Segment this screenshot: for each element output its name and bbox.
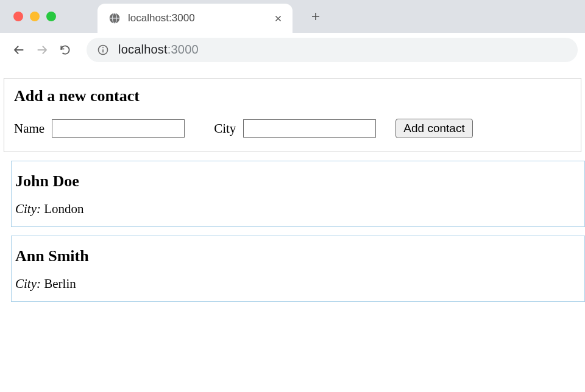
reload-button[interactable] (54, 38, 77, 61)
window-controls (13, 12, 56, 21)
url-text: localhost:3000 (118, 43, 199, 57)
new-tab-button[interactable] (307, 8, 324, 25)
city-input[interactable] (243, 119, 376, 138)
contact-city: City: Berlin (15, 276, 581, 292)
browser-chrome: localhost:3000 localhost:3000 (0, 0, 585, 67)
form-heading: Add a new contact (14, 87, 571, 105)
city-label: City (214, 121, 236, 136)
add-contact-button[interactable]: Add contact (395, 119, 472, 138)
window-minimize-button[interactable] (30, 12, 40, 21)
site-info-icon[interactable] (96, 43, 110, 57)
url-port: :3000 (168, 43, 199, 56)
city-field-value: Berlin (44, 276, 76, 291)
toolbar: localhost:3000 (0, 33, 585, 67)
contact-name: Ann Smith (15, 247, 581, 265)
page-body: Add a new contact Name City Add contact … (0, 78, 585, 302)
globe-icon (108, 12, 121, 24)
tab-title: localhost:3000 (128, 12, 273, 24)
address-bar[interactable]: localhost:3000 (87, 38, 578, 62)
city-field-label: City: (15, 201, 41, 216)
form-row: Name City Add contact (14, 119, 571, 138)
contact-card: John Doe City: London (11, 161, 585, 227)
contact-name: John Doe (15, 172, 581, 191)
tab-strip: localhost:3000 (0, 0, 585, 33)
contact-city: City: London (15, 201, 581, 217)
add-contact-form: Add a new contact Name City Add contact (4, 78, 581, 152)
window-zoom-button[interactable] (46, 12, 56, 21)
contact-card: Ann Smith City: Berlin (11, 236, 585, 302)
svg-point-11 (102, 47, 104, 48)
close-icon[interactable] (273, 13, 283, 23)
name-input[interactable] (52, 119, 185, 138)
city-field-value: London (44, 201, 83, 216)
window-close-button[interactable] (13, 12, 23, 21)
browser-tab[interactable]: localhost:3000 (98, 4, 292, 33)
city-field-label: City: (15, 276, 41, 291)
name-label: Name (14, 121, 44, 136)
back-button[interactable] (7, 38, 30, 61)
url-host: localhost (118, 43, 168, 56)
forward-button[interactable] (30, 38, 54, 61)
contact-list: John Doe City: London Ann Smith City: Be… (0, 161, 585, 302)
